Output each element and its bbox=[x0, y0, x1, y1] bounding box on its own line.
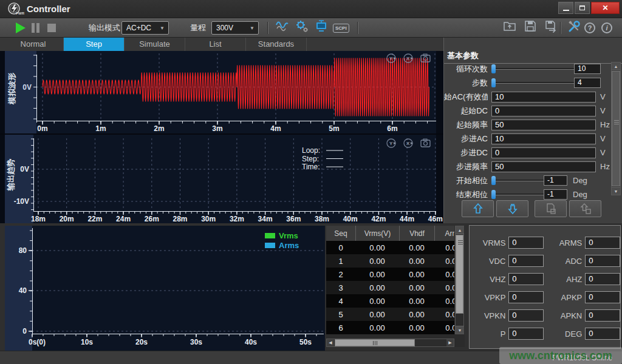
scrollbar-thumb[interactable] bbox=[612, 71, 620, 186]
pause-button[interactable] bbox=[32, 18, 39, 38]
settings-button[interactable] bbox=[294, 18, 310, 34]
column-header-arms[interactable]: Arms bbox=[434, 226, 454, 241]
table-vertical-scrollbar[interactable]: ▲ ▼ bbox=[455, 226, 464, 334]
maximize-button[interactable] bbox=[575, 2, 590, 14]
param-slider[interactable]: -1 bbox=[491, 189, 567, 200]
close-button[interactable]: ✕ bbox=[591, 2, 620, 14]
device-connect-button[interactable] bbox=[313, 18, 329, 34]
param-input[interactable]: 50 bbox=[491, 161, 596, 172]
param-slider[interactable]: 10 bbox=[491, 64, 601, 74]
minimize-button[interactable] bbox=[558, 2, 573, 14]
param-row-8: 开始相位-1Deg bbox=[444, 174, 612, 187]
slider-handle[interactable] bbox=[491, 176, 496, 185]
params-scrollbar[interactable]: ▲ ▼ bbox=[611, 62, 621, 195]
scrollbar-thumb[interactable] bbox=[335, 339, 415, 346]
param-input[interactable]: 50 bbox=[491, 120, 596, 130]
about-button[interactable]: i bbox=[601, 18, 612, 38]
help-button[interactable]: ? bbox=[584, 18, 595, 38]
table-row[interactable]: 00.000.000.00 bbox=[326, 241, 454, 254]
slider-track[interactable] bbox=[491, 194, 545, 195]
svg-text:5m: 5m bbox=[329, 124, 339, 133]
svg-text:输出趋势: 输出趋势 bbox=[6, 158, 15, 191]
table-cell: 0.00 bbox=[434, 321, 454, 334]
slider-handle[interactable] bbox=[491, 64, 496, 73]
meas-label-apkn: APKN bbox=[544, 311, 582, 320]
tab-list[interactable]: List bbox=[185, 38, 246, 51]
waveform-view-button[interactable] bbox=[275, 18, 290, 34]
pwr-controller-window: PWR Controller ✕ 输出模式 AC+DC▼ 量程 300V▼ bbox=[0, 0, 622, 364]
svg-text:80: 80 bbox=[19, 246, 27, 255]
scroll-up-icon[interactable]: ▲ bbox=[456, 226, 464, 234]
scpi-icon: SCPI bbox=[333, 24, 349, 33]
slider-track[interactable] bbox=[491, 180, 545, 181]
param-input[interactable]: 0 bbox=[491, 106, 596, 116]
svg-text:28m: 28m bbox=[173, 215, 187, 223]
svg-text:50s: 50s bbox=[299, 338, 312, 346]
tools-button[interactable] bbox=[566, 18, 582, 34]
table-row[interactable]: 60.000.000.00 bbox=[326, 321, 454, 334]
column-header-seq[interactable]: Seq bbox=[326, 226, 355, 241]
table-row[interactable]: 30.000.000.00 bbox=[326, 281, 454, 294]
meas-label-p: P bbox=[470, 329, 505, 339]
table-row[interactable]: 20.000.000.00 bbox=[326, 268, 454, 281]
svg-text:Y: Y bbox=[389, 141, 393, 146]
param-input[interactable]: 10 bbox=[491, 133, 596, 144]
slider-value[interactable]: 4 bbox=[574, 78, 601, 88]
tab-simulate[interactable]: Simulate bbox=[125, 38, 185, 51]
meas-value-apkn: 0 bbox=[585, 309, 620, 322]
slider-handle[interactable] bbox=[491, 190, 496, 199]
open-file-button[interactable] bbox=[502, 18, 518, 34]
save-steps-file-button[interactable] bbox=[535, 200, 567, 217]
run-button[interactable] bbox=[16, 18, 26, 38]
scrollbar-thumb[interactable] bbox=[456, 235, 463, 314]
svg-text:34m: 34m bbox=[258, 215, 273, 223]
tab-step[interactable]: Step bbox=[64, 38, 125, 51]
param-slider[interactable]: 4 bbox=[491, 78, 601, 88]
scroll-up-icon[interactable]: ▲ bbox=[612, 62, 620, 70]
column-header-vrms(v)[interactable]: Vrms(V) bbox=[355, 226, 399, 241]
app-title: Controller bbox=[27, 4, 70, 14]
param-unit: Hz bbox=[600, 120, 610, 129]
meas-value-apkp: 0 bbox=[585, 291, 620, 303]
table-horizontal-scrollbar[interactable]: ◀ ▶ bbox=[326, 339, 454, 347]
measurement-row: VRMS0ARMS0 bbox=[470, 234, 620, 252]
tab-standards[interactable]: Standards bbox=[246, 38, 307, 51]
slider-value[interactable]: 10 bbox=[574, 64, 601, 74]
wrench-icon bbox=[567, 19, 581, 33]
svg-text:36m: 36m bbox=[286, 215, 301, 223]
download-steps-button[interactable] bbox=[496, 200, 528, 217]
param-slider[interactable]: -1 bbox=[491, 175, 567, 186]
param-input[interactable]: 0 bbox=[491, 147, 596, 158]
output-mode-select[interactable]: AC+DC▼ bbox=[121, 21, 169, 35]
tab-normal[interactable]: Normal bbox=[3, 38, 64, 51]
svg-text:4m: 4m bbox=[270, 124, 281, 133]
slider-value[interactable]: -1 bbox=[544, 175, 567, 186]
range-select[interactable]: 300V▼ bbox=[211, 21, 259, 35]
param-row-6: 步进DC0V bbox=[444, 146, 612, 160]
scpi-button[interactable]: SCPI bbox=[333, 18, 349, 38]
column-header-vhdf[interactable]: Vhdf bbox=[399, 226, 434, 241]
scroll-left-icon[interactable]: ◀ bbox=[327, 339, 334, 346]
svg-text:38m: 38m bbox=[315, 215, 329, 223]
svg-text:30s: 30s bbox=[190, 338, 202, 346]
table-cell: 0.00 bbox=[399, 321, 434, 334]
table-row[interactable]: 10.000.000.00 bbox=[326, 254, 454, 268]
save-as-button[interactable] bbox=[543, 18, 559, 34]
scroll-right-icon[interactable]: ▶ bbox=[446, 339, 454, 346]
slider-handle[interactable] bbox=[491, 78, 496, 87]
table-row[interactable]: 50.000.000.00 bbox=[326, 308, 454, 321]
slider-value[interactable]: -1 bbox=[544, 189, 567, 200]
meas-value-vrms: 0 bbox=[508, 237, 544, 249]
param-label: 起始DC bbox=[444, 106, 488, 116]
save-button[interactable] bbox=[522, 18, 538, 34]
upload-steps-button[interactable] bbox=[462, 200, 494, 217]
stop-button[interactable] bbox=[47, 18, 56, 38]
param-input[interactable]: 10 bbox=[491, 92, 596, 103]
scroll-down-icon[interactable]: ▼ bbox=[456, 326, 464, 334]
load-steps-file-button[interactable] bbox=[569, 200, 601, 217]
title-bar: PWR Controller ✕ bbox=[0, 0, 622, 18]
save-as-icon bbox=[544, 19, 558, 33]
table-cell: 0.00 bbox=[399, 308, 434, 321]
table-row[interactable]: 40.000.000.00 bbox=[326, 294, 454, 308]
scroll-down-icon[interactable]: ▼ bbox=[612, 187, 620, 195]
